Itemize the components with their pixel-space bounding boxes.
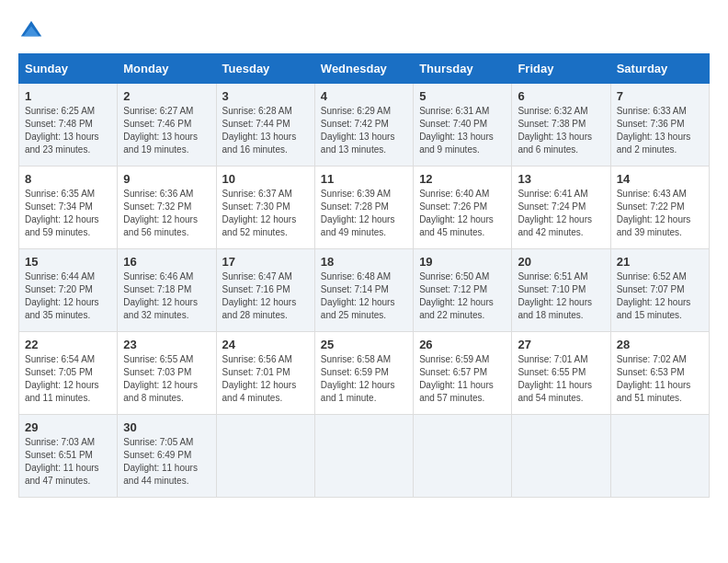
calendar-cell: 7 Sunrise: 6:33 AMSunset: 7:36 PMDayligh… (610, 84, 709, 167)
day-number: 6 (518, 89, 604, 103)
calendar-cell: 12 Sunrise: 6:40 AMSunset: 7:26 PMDaylig… (414, 167, 512, 249)
day-number: 5 (419, 89, 506, 103)
calendar-cell: 17 Sunrise: 6:47 AMSunset: 7:16 PMDaylig… (216, 249, 314, 332)
calendar-row-4: 29 Sunrise: 7:03 AMSunset: 6:51 PMDaylig… (19, 415, 710, 498)
calendar-cell: 15 Sunrise: 6:44 AMSunset: 7:20 PMDaylig… (19, 249, 118, 332)
calendar-cell: 14 Sunrise: 6:43 AMSunset: 7:22 PMDaylig… (610, 167, 709, 249)
day-detail: Sunrise: 7:02 AMSunset: 6:53 PMDaylight:… (617, 354, 691, 403)
calendar-row-3: 22 Sunrise: 6:54 AMSunset: 7:05 PMDaylig… (19, 332, 710, 415)
day-detail: Sunrise: 7:05 AMSunset: 6:49 PMDaylight:… (123, 437, 198, 486)
calendar-row-1: 8 Sunrise: 6:35 AMSunset: 7:34 PMDayligh… (19, 167, 710, 249)
day-detail: Sunrise: 6:56 AMSunset: 7:01 PMDaylight:… (222, 354, 297, 403)
calendar-cell (414, 415, 512, 498)
day-number: 23 (123, 338, 210, 351)
day-detail: Sunrise: 6:40 AMSunset: 7:26 PMDaylight:… (419, 189, 494, 237)
day-detail: Sunrise: 6:25 AMSunset: 7:48 PMDaylight:… (25, 106, 99, 155)
day-detail: Sunrise: 6:39 AMSunset: 7:28 PMDaylight:… (321, 189, 395, 237)
day-number: 11 (321, 172, 407, 186)
calendar-cell (610, 415, 709, 498)
day-detail: Sunrise: 6:46 AMSunset: 7:18 PMDaylight:… (123, 271, 198, 320)
calendar-row-0: 1 Sunrise: 6:25 AMSunset: 7:48 PMDayligh… (19, 84, 710, 167)
day-number: 18 (321, 255, 407, 269)
day-detail: Sunrise: 6:54 AMSunset: 7:05 PMDaylight:… (25, 354, 99, 403)
day-number: 9 (123, 172, 210, 186)
calendar-cell: 23 Sunrise: 6:55 AMSunset: 7:03 PMDaylig… (118, 332, 216, 415)
day-number: 12 (419, 172, 506, 186)
calendar-cell: 18 Sunrise: 6:48 AMSunset: 7:14 PMDaylig… (314, 249, 413, 332)
calendar-cell (216, 415, 314, 498)
day-number: 10 (222, 172, 309, 186)
day-detail: Sunrise: 6:28 AMSunset: 7:44 PMDaylight:… (222, 106, 297, 155)
day-detail: Sunrise: 6:31 AMSunset: 7:40 PMDaylight:… (419, 106, 494, 155)
day-detail: Sunrise: 6:52 AMSunset: 7:07 PMDaylight:… (617, 271, 691, 320)
calendar-cell: 13 Sunrise: 6:41 AMSunset: 7:24 PMDaylig… (512, 167, 610, 249)
header-sunday: Sunday (19, 54, 118, 84)
header-thursday: Thursday (414, 54, 512, 84)
day-detail: Sunrise: 6:41 AMSunset: 7:24 PMDaylight:… (518, 189, 592, 237)
calendar-cell: 21 Sunrise: 6:52 AMSunset: 7:07 PMDaylig… (610, 249, 709, 332)
day-detail: Sunrise: 6:50 AMSunset: 7:12 PMDaylight:… (419, 271, 494, 320)
calendar-cell: 11 Sunrise: 6:39 AMSunset: 7:28 PMDaylig… (314, 167, 413, 249)
calendar-cell: 6 Sunrise: 6:32 AMSunset: 7:38 PMDayligh… (512, 84, 610, 167)
day-detail: Sunrise: 6:47 AMSunset: 7:16 PMDaylight:… (222, 271, 297, 320)
calendar-cell: 29 Sunrise: 7:03 AMSunset: 6:51 PMDaylig… (19, 415, 118, 498)
header-wednesday: Wednesday (314, 54, 413, 84)
day-detail: Sunrise: 6:37 AMSunset: 7:30 PMDaylight:… (222, 189, 297, 237)
day-number: 28 (617, 338, 703, 351)
calendar-cell: 3 Sunrise: 6:28 AMSunset: 7:44 PMDayligh… (216, 84, 314, 167)
calendar-cell: 8 Sunrise: 6:35 AMSunset: 7:34 PMDayligh… (19, 167, 118, 249)
calendar-cell: 2 Sunrise: 6:27 AMSunset: 7:46 PMDayligh… (118, 84, 216, 167)
day-detail: Sunrise: 6:36 AMSunset: 7:32 PMDaylight:… (123, 189, 198, 237)
header-friday: Friday (512, 54, 610, 84)
day-detail: Sunrise: 7:03 AMSunset: 6:51 PMDaylight:… (25, 437, 99, 486)
day-number: 20 (518, 255, 604, 269)
day-number: 19 (419, 255, 506, 269)
day-detail: Sunrise: 6:48 AMSunset: 7:14 PMDaylight:… (321, 271, 395, 320)
calendar-header-row: SundayMondayTuesdayWednesdayThursdayFrid… (19, 54, 710, 84)
day-number: 30 (123, 420, 210, 434)
day-number: 21 (617, 255, 703, 269)
day-number: 26 (419, 338, 506, 351)
day-number: 2 (123, 89, 210, 103)
day-number: 8 (25, 172, 111, 186)
calendar-cell: 30 Sunrise: 7:05 AMSunset: 6:49 PMDaylig… (118, 415, 216, 498)
calendar-cell: 5 Sunrise: 6:31 AMSunset: 7:40 PMDayligh… (414, 84, 512, 167)
calendar-cell: 24 Sunrise: 6:56 AMSunset: 7:01 PMDaylig… (216, 332, 314, 415)
calendar-cell: 1 Sunrise: 6:25 AMSunset: 7:48 PMDayligh… (19, 84, 118, 167)
day-number: 27 (518, 338, 604, 351)
day-number: 29 (25, 420, 111, 434)
calendar-cell: 26 Sunrise: 6:59 AMSunset: 6:57 PMDaylig… (414, 332, 512, 415)
day-detail: Sunrise: 6:29 AMSunset: 7:42 PMDaylight:… (321, 106, 395, 155)
day-number: 22 (25, 338, 111, 351)
day-number: 17 (222, 255, 309, 269)
calendar-cell (314, 415, 413, 498)
day-number: 13 (518, 172, 604, 186)
day-number: 16 (123, 255, 210, 269)
logo-icon (18, 18, 44, 44)
day-detail: Sunrise: 6:51 AMSunset: 7:10 PMDaylight:… (518, 271, 592, 320)
day-number: 15 (25, 255, 111, 269)
header-monday: Monday (118, 54, 216, 84)
logo (18, 18, 48, 44)
day-detail: Sunrise: 6:55 AMSunset: 7:03 PMDaylight:… (123, 354, 198, 403)
calendar-cell: 4 Sunrise: 6:29 AMSunset: 7:42 PMDayligh… (314, 84, 413, 167)
day-detail: Sunrise: 6:43 AMSunset: 7:22 PMDaylight:… (617, 189, 691, 237)
day-detail: Sunrise: 6:35 AMSunset: 7:34 PMDaylight:… (25, 189, 99, 237)
calendar-cell: 10 Sunrise: 6:37 AMSunset: 7:30 PMDaylig… (216, 167, 314, 249)
calendar-cell: 27 Sunrise: 7:01 AMSunset: 6:55 PMDaylig… (512, 332, 610, 415)
day-detail: Sunrise: 6:44 AMSunset: 7:20 PMDaylight:… (25, 271, 99, 320)
header-tuesday: Tuesday (216, 54, 314, 84)
calendar-row-2: 15 Sunrise: 6:44 AMSunset: 7:20 PMDaylig… (19, 249, 710, 332)
day-number: 25 (321, 338, 407, 351)
calendar-cell (512, 415, 610, 498)
page-header (18, 18, 710, 44)
day-number: 14 (617, 172, 703, 186)
day-number: 1 (25, 89, 111, 103)
day-detail: Sunrise: 6:59 AMSunset: 6:57 PMDaylight:… (419, 354, 494, 403)
header-saturday: Saturday (610, 54, 709, 84)
day-number: 24 (222, 338, 309, 351)
calendar-table: SundayMondayTuesdayWednesdayThursdayFrid… (18, 53, 710, 498)
day-number: 4 (321, 89, 407, 103)
calendar-cell: 9 Sunrise: 6:36 AMSunset: 7:32 PMDayligh… (118, 167, 216, 249)
calendar-cell: 16 Sunrise: 6:46 AMSunset: 7:18 PMDaylig… (118, 249, 216, 332)
